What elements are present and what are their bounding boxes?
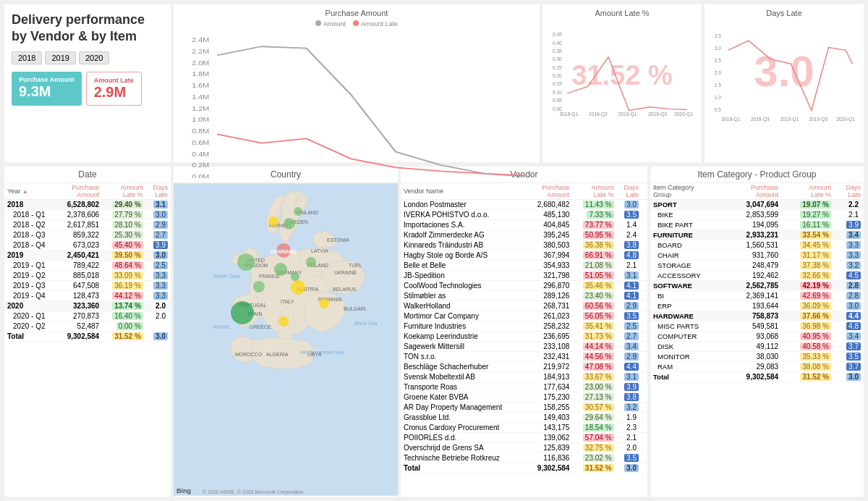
item-category[interactable]: BOARD [650,240,727,250]
date-col-purchase[interactable]: PurchaseAmount [56,183,102,200]
vendor-name[interactable]: Stilmøbler as [401,291,527,301]
item-pct: 37.38 % [781,261,834,271]
date-year[interactable]: 2019 - Q1 [4,261,56,271]
item-category[interactable]: HARDWARE [650,311,727,321]
item-category[interactable]: FURNITURE [650,230,727,240]
vendor-name[interactable]: POIIORLES d.d. [401,433,527,443]
date-year[interactable]: Total [4,332,56,342]
date-year[interactable]: 2019 - Q3 [4,281,56,291]
vendor-name[interactable]: Belle et Belle [401,261,527,271]
item-days: 3.9 [834,220,864,230]
vendor-pct: 60.56 % [572,301,616,311]
vendor-pct: 44.56 % [572,352,616,362]
vendor-name[interactable]: Hagby Stole og Borde A/S [401,250,527,261]
item-category[interactable]: COMPUTER [650,332,727,342]
vendor-name[interactable]: JB-Spedition [401,271,527,281]
vendor-name[interactable]: CoolWood Technologies [401,281,527,291]
date-year[interactable]: 2019 [4,250,56,261]
vendor-name[interactable]: Mortimor Car Company [401,311,527,321]
item-category[interactable]: BIKE [650,210,727,220]
vendor-name[interactable]: Cronus Cardoxy Procurement [401,423,527,433]
vendor-days: 3.5 [617,453,642,463]
date-year[interactable]: 2018 - Q2 [4,220,56,230]
item-col-pct[interactable]: AmountLate % [781,183,834,200]
date-col-pct[interactable]: AmountLate % [102,183,146,200]
vendor-scroll[interactable] [642,183,647,200]
vendor-name[interactable]: Svensk Mobeltextil AB [401,372,527,382]
date-year[interactable]: 2020 - Q1 [4,311,56,321]
date-col-year[interactable]: Year ▲ [4,183,56,200]
vendor-name[interactable]: Sagewerk Mittersill [401,342,527,352]
vendor-name[interactable]: Koekamp Leerindustrie [401,332,527,342]
vendor-name[interactable]: Beschläge Schacherhuber [401,362,527,372]
vendor-name[interactable]: Furniture Industries [401,321,527,332]
vendor-name[interactable]: Grassblue Ltd. [401,413,527,423]
item-category[interactable]: CHAIR [650,250,727,261]
item-days: 3.2 [834,261,864,271]
item-category[interactable]: MISC PARTS [650,321,727,332]
date-amount: 2,617,851 [56,220,102,230]
item-category[interactable]: ACCESSORY [650,271,727,281]
item-category[interactable]: STORAGE [650,261,727,271]
vendor-col-name[interactable]: Vendor Name [401,183,527,200]
item-category[interactable]: MONITOR [650,352,727,362]
year-2019-btn[interactable]: 2019 [45,51,75,64]
vendor-name[interactable]: WalkerHolland [401,301,527,311]
date-year[interactable]: 2020 [4,301,56,311]
date-year[interactable]: 2018 [4,200,56,210]
year-2020-btn[interactable]: 2020 [79,51,109,64]
vendor-amount: 125,839 [527,443,572,453]
vendor-name[interactable]: London Postmaster [401,200,527,210]
kpi-pct-value: 31.52 % [571,60,672,91]
item-amount: 2,562,785 [727,281,781,291]
svg-text:MOROCCO: MOROCCO [235,352,263,357]
vendor-pct: 23.02 % [572,453,616,463]
date-year[interactable]: 2019 - Q2 [4,271,56,281]
date-col-days[interactable]: DaysLate [146,183,171,200]
vendor-name[interactable]: Overschrijd de Grens SA [401,443,527,453]
purchase-chart-legend: Amount Amount Late [178,20,535,28]
date-year[interactable]: 2018 - Q3 [4,230,56,240]
item-category[interactable]: BI [650,291,727,301]
item-col-days[interactable]: DaysLate [834,183,864,200]
vendor-name[interactable]: Transporte Roas [401,382,527,392]
item-category[interactable]: SOFTWARE [650,281,727,291]
vendor-name[interactable]: Kinnareds Träindustri AB [401,240,527,250]
item-pct: 37.66 % [781,311,834,321]
svg-text:0.35: 0.35 [553,49,562,54]
vendor-days: 3.2 [617,403,642,413]
item-col-category[interactable]: Item CategoryGroup [650,183,727,200]
item-category[interactable]: ERP [650,301,727,311]
date-year[interactable]: 2020 - Q2 [4,321,56,332]
date-amount: 885,018 [56,271,102,281]
vendor-name[interactable]: Groene Kater BVBA [401,392,527,403]
vendor-col-days[interactable]: DaysLate [617,183,642,200]
date-amount: 673,023 [56,240,102,250]
item-col-purchase[interactable]: PurchaseAmount [727,183,781,200]
vendor-name[interactable]: Total [401,463,527,473]
item-category[interactable]: BIKE PART [650,220,727,230]
year-2018-btn[interactable]: 2018 [12,51,42,64]
vendor-name[interactable]: Technische Betriebe Rotkreuz [401,453,527,463]
map-container[interactable]: North Sea Atlantic Mediterranean Sea Bla… [174,183,398,496]
vendor-name[interactable]: AR Day Property Management [401,403,527,413]
vendor-amount: 321,798 [527,271,572,281]
date-year[interactable]: 2018 - Q4 [4,240,56,250]
vendor-name[interactable]: TON s.r.o. [401,352,527,362]
date-year[interactable]: 2019 - Q4 [4,291,56,301]
date-pct: 44.12 % [102,291,146,301]
item-category[interactable]: RAM [650,362,727,372]
date-year[interactable]: 2018 - Q1 [4,210,56,220]
vendor-days: 3.0 [617,200,642,210]
vendor-name[interactable]: Kradolf Zimmerdecke AG [401,230,527,240]
item-category[interactable]: Total [650,372,727,382]
vendor-name[interactable]: IVERKA POHISTVO d.o.o. [401,210,527,220]
svg-text:0.2M: 0.2M [192,162,209,169]
vendor-name[interactable]: Importaciones S.A. [401,220,527,230]
vendor-col-pct[interactable]: AmountLate % [572,183,616,200]
item-category[interactable]: DISK [650,342,727,352]
map-svg: North Sea Atlantic Mediterranean Sea Bla… [174,183,398,496]
svg-point-89 [237,253,255,271]
item-category[interactable]: SPORT [650,200,727,210]
vendor-col-purchase[interactable]: PurchaseAmount [527,183,572,200]
